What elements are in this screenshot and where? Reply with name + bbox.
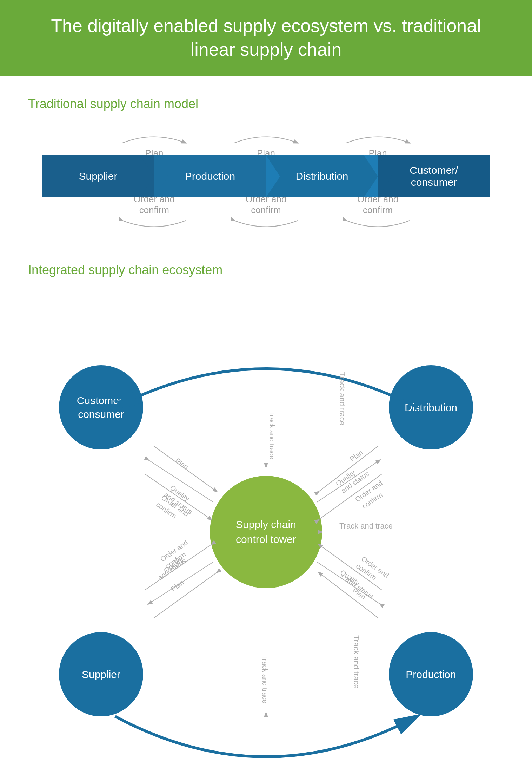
traditional-section: Traditional supply chain model Plan <box>28 97 504 235</box>
main-content: Traditional supply chain model Plan <box>0 76 532 781</box>
production-circle: Production <box>389 632 473 716</box>
production-node: Production <box>154 155 266 197</box>
supplier-circle: Supplier <box>59 632 143 716</box>
track-trace-bottom-vertical: Track and trace <box>261 655 269 703</box>
header-title: The digitally enabled supply ecosystem v… <box>28 14 504 61</box>
traditional-diagram: Plan Plan Plan <box>42 129 490 235</box>
quality-label-distribution: Quality <box>334 469 357 488</box>
quality-label-distribution2: and status <box>340 470 371 495</box>
track-trace-top-vertical: Track and trace <box>268 411 276 459</box>
quality-label-production2: and status <box>344 575 375 600</box>
order-label-3: Order andconfirm <box>343 194 413 235</box>
traditional-section-title: Traditional supply chain model <box>28 97 504 111</box>
order-label-production2: confirm <box>355 562 378 582</box>
track-trace-right-label: Track and trace <box>339 521 393 530</box>
plan-label-distribution: Plan <box>348 448 364 463</box>
quality-label-supplier: Quality <box>162 556 185 575</box>
quality-label-supplier2: and status <box>157 557 187 582</box>
ecosystem-diagram: Customer/consumer Distribution Supplier … <box>38 295 494 769</box>
plan-label-customer: Plan <box>174 457 190 471</box>
track-trace-top-label: Track and trace <box>338 372 347 425</box>
plan-label-supplier: Plan <box>169 578 185 593</box>
order-label-2: Order andconfirm <box>231 194 301 235</box>
plan-label-1: Plan <box>119 129 189 159</box>
quality-label-customer: Quality <box>169 484 191 503</box>
quality-label-customer2: and status <box>163 491 194 516</box>
order-label-customer: Order and <box>160 493 190 518</box>
order-label-1: Order andconfirm <box>119 194 189 235</box>
order-label-distribution: Order and <box>354 479 384 504</box>
control-tower-circle: Supply chaincontrol tower <box>210 476 322 588</box>
customer-node: Customer/consumer <box>378 155 490 197</box>
plan-label-production: Plan <box>351 586 367 601</box>
header: The digitally enabled supply ecosystem v… <box>0 0 532 76</box>
quality-label-production: Quality <box>339 568 361 587</box>
distribution-node: Distribution <box>266 155 378 197</box>
distribution-circle: Distribution <box>389 365 473 449</box>
supplier-node: Supplier <box>42 155 154 197</box>
order-label-distribution2: confirm <box>361 491 384 511</box>
order-label-production: Order and <box>360 555 390 579</box>
chevron-row: Supplier Production Distribution Custome… <box>42 155 490 197</box>
plan-label-3: Plan <box>343 129 413 159</box>
order-label-customer2: confirm <box>155 500 178 520</box>
integrated-section-title: Integrated supply chain ecosystem <box>28 263 504 277</box>
order-labels-row: Order andconfirm Order andconfirm <box>42 194 490 235</box>
track-trace-bottom-label: Track and trace <box>352 635 361 689</box>
order-label-supplier2: confirm <box>164 551 187 570</box>
plan-labels-row: Plan Plan Plan <box>42 129 490 159</box>
plan-label-2: Plan <box>231 129 301 159</box>
order-label-supplier: Order and <box>159 539 189 563</box>
customer-circle: Customer/consumer <box>59 365 143 449</box>
integrated-section: Integrated supply chain ecosystem Custom… <box>28 263 504 769</box>
